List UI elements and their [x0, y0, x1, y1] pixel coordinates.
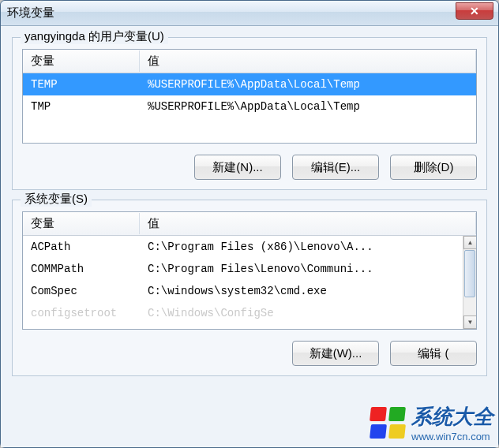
user-buttons: 新建(N)... 编辑(E)... 删除(D) [22, 155, 477, 180]
user-lv-body: TEMP %USERPROFILE%\AppData\Local\Temp TM… [23, 73, 476, 143]
sys-edit-button[interactable]: 编辑 ( [390, 341, 477, 366]
var-name: COMMPath [23, 259, 140, 278]
var-value: C:\Windows\ConfigSe [140, 304, 476, 323]
var-value: C:\Program Files\Lenovo\Communi... [140, 259, 476, 278]
scroll-up-icon[interactable]: ▲ [463, 236, 476, 249]
var-name: configsetroot [23, 304, 140, 323]
var-name: ACPath [23, 237, 140, 256]
user-new-button[interactable]: 新建(N)... [194, 155, 281, 180]
sys-vars-label: 系统变量(S) [21, 192, 92, 207]
sys-col-value[interactable]: 值 [140, 213, 476, 234]
var-value: %USERPROFILE%\AppData\Local\Temp [140, 97, 476, 116]
close-icon: ✕ [470, 5, 479, 17]
user-vars-label: yangyingda 的用户变量(U) [21, 29, 168, 44]
table-row[interactable]: ACPath C:\Program Files (x86)\Lenovo\A..… [23, 236, 476, 258]
var-value: C:\windows\system32\cmd.exe [140, 282, 476, 301]
user-edit-button[interactable]: 编辑(E)... [292, 155, 379, 180]
var-value: %USERPROFILE%\AppData\Local\Temp [140, 75, 476, 94]
close-button[interactable]: ✕ [456, 2, 493, 20]
scroll-down-icon[interactable]: ▼ [463, 315, 476, 329]
table-row[interactable]: COMMPath C:\Program Files\Lenovo\Communi… [23, 258, 476, 280]
table-row[interactable]: configsetroot C:\Windows\ConfigSe [23, 302, 476, 324]
client-area: yangyingda 的用户变量(U) 变量 值 TEMP %USERPROFI… [1, 26, 498, 447]
table-row[interactable]: TMP %USERPROFILE%\AppData\Local\Temp [23, 95, 476, 118]
titlebar[interactable]: 环境变量 ✕ [1, 1, 498, 26]
table-row[interactable]: ComSpec C:\windows\system32\cmd.exe [23, 280, 476, 302]
sys-vars-group: 系统变量(S) 变量 值 ACPath C:\Program Files (x8… [12, 200, 487, 376]
sys-vars-listview[interactable]: 变量 值 ACPath C:\Program Files (x86)\Lenov… [22, 211, 477, 330]
sys-lv-header: 变量 值 [23, 212, 476, 236]
sys-new-button[interactable]: 新建(W)... [292, 341, 379, 366]
sys-buttons: 新建(W)... 编辑 ( [22, 341, 477, 366]
user-lv-header: 变量 值 [23, 50, 476, 73]
env-vars-window: 环境变量 ✕ yangyingda 的用户变量(U) 变量 值 TEMP %US… [0, 0, 499, 448]
user-delete-button[interactable]: 删除(D) [390, 155, 477, 180]
user-vars-listview[interactable]: 变量 值 TEMP %USERPROFILE%\AppData\Local\Te… [22, 49, 477, 144]
sys-col-variable[interactable]: 变量 [23, 213, 140, 234]
window-title: 环境变量 [7, 6, 54, 21]
user-col-value[interactable]: 值 [140, 50, 476, 72]
scroll-thumb[interactable] [464, 250, 475, 297]
user-col-variable[interactable]: 变量 [23, 50, 140, 72]
var-value: C:\Program Files (x86)\Lenovo\A... [140, 237, 476, 256]
table-row[interactable]: TEMP %USERPROFILE%\AppData\Local\Temp [23, 73, 476, 95]
user-vars-group: yangyingda 的用户变量(U) 变量 值 TEMP %USERPROFI… [12, 37, 487, 190]
sys-lv-body: ACPath C:\Program Files (x86)\Lenovo\A..… [23, 236, 476, 329]
sys-scrollbar[interactable]: ▲ ▼ [463, 236, 476, 329]
var-name: ComSpec [23, 282, 140, 301]
var-name: TMP [23, 97, 140, 116]
var-name: TEMP [23, 75, 140, 94]
